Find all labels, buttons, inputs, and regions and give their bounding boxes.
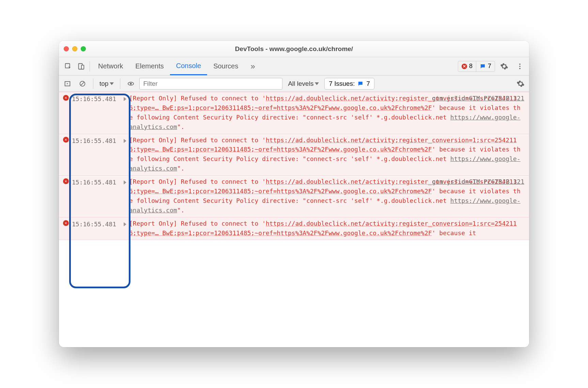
log-timestamp: 15:16:55.481 [69, 177, 124, 215]
window-title: DevTools - www.google.co.uk/chrome/ [59, 45, 529, 53]
log-source-link[interactable]: gtm.js?id=GTM-PZ6TRJB:321 [432, 94, 524, 103]
error-count: 8 [469, 63, 473, 70]
console-settings-icon[interactable] [514, 77, 527, 90]
console-log-row[interactable]: ✕15:16:55.481[Report Only] Refused to co… [59, 217, 529, 240]
messages-badge[interactable]: 7 [476, 61, 495, 71]
tabs-overflow[interactable]: » [245, 57, 261, 75]
divider [93, 79, 93, 89]
log-message: [Report Only] Refused to connect to 'htt… [129, 219, 526, 238]
status-badges[interactable]: ✕ 8 7 [458, 61, 495, 72]
console-log-row[interactable]: ✕15:16:55.481[Report Only] Refused to co… [59, 92, 529, 134]
expand-icon[interactable] [124, 219, 129, 238]
device-toolbar-icon[interactable] [75, 60, 88, 73]
main-tabbar: Network Elements Console Sources » ✕ 8 7 [59, 57, 529, 76]
issues-button[interactable]: 7 Issues: 7 [324, 78, 374, 90]
window-controls [64, 46, 86, 51]
issues-label: 7 Issues: [329, 80, 355, 87]
clear-console-icon[interactable] [76, 77, 89, 90]
tab-console[interactable]: Console [170, 57, 207, 75]
tab-sources[interactable]: Sources [207, 57, 244, 75]
minimize-window-button[interactable] [72, 46, 77, 51]
context-selector[interactable]: top [97, 80, 116, 87]
log-timestamp: 15:16:55.481 [69, 94, 124, 132]
console-toolbar: top All levels 7 Issues: 7 [59, 76, 529, 92]
expand-icon[interactable] [124, 135, 129, 174]
panel-tabs: Network Elements Console Sources » [92, 57, 261, 75]
devtools-window: DevTools - www.google.co.uk/chrome/ Netw… [59, 41, 529, 347]
error-icon: ✕ [62, 135, 69, 174]
settings-icon[interactable] [498, 60, 511, 73]
svg-rect-2 [81, 65, 84, 69]
chevron-down-icon [110, 82, 114, 85]
console-log-row[interactable]: ✕15:16:55.481[Report Only] Refused to co… [59, 176, 529, 217]
log-timestamp: 15:16:55.481 [69, 219, 124, 238]
log-level-selector[interactable]: All levels [288, 80, 319, 87]
tab-elements[interactable]: Elements [129, 57, 170, 75]
tab-network[interactable]: Network [92, 57, 129, 75]
divider [90, 61, 90, 71]
error-badge[interactable]: ✕ 8 [458, 61, 476, 71]
inspect-element-icon[interactable] [62, 60, 75, 73]
issues-count: 7 [366, 80, 370, 87]
error-icon: ✕ [62, 219, 69, 238]
console-log-row[interactable]: ✕15:16:55.481[Report Only] Refused to co… [59, 134, 529, 176]
error-icon: ✕ [62, 177, 69, 215]
log-timestamp: 15:16:55.481 [69, 135, 124, 174]
svg-point-4 [519, 66, 521, 67]
svg-point-3 [519, 63, 521, 65]
console-output: ✕15:16:55.481[Report Only] Refused to co… [59, 92, 529, 347]
svg-point-5 [519, 68, 521, 69]
titlebar: DevTools - www.google.co.uk/chrome/ [59, 41, 529, 57]
more-menu-icon[interactable] [513, 60, 526, 73]
live-expression-icon[interactable] [124, 77, 137, 90]
zoom-window-button[interactable] [81, 46, 86, 51]
message-icon [357, 81, 363, 87]
expand-icon[interactable] [124, 177, 129, 215]
error-icon: ✕ [462, 64, 467, 69]
tabbar-right: ✕ 8 7 [458, 60, 526, 73]
expand-icon[interactable] [124, 94, 129, 132]
error-icon: ✕ [62, 94, 69, 132]
close-window-button[interactable] [64, 46, 69, 51]
log-source-link[interactable]: gtm.js?id=GTM-PZ6TRJB:321 [432, 177, 524, 187]
message-count: 7 [488, 63, 491, 70]
context-label: top [99, 80, 108, 87]
log-message: [Report Only] Refused to connect to 'htt… [129, 135, 526, 174]
level-label: All levels [288, 80, 313, 87]
chevron-down-icon [315, 82, 319, 85]
show-sidebar-icon[interactable] [61, 77, 74, 90]
message-icon [480, 63, 486, 69]
svg-point-9 [130, 83, 132, 85]
divider [120, 79, 120, 89]
filter-input[interactable] [139, 78, 282, 90]
